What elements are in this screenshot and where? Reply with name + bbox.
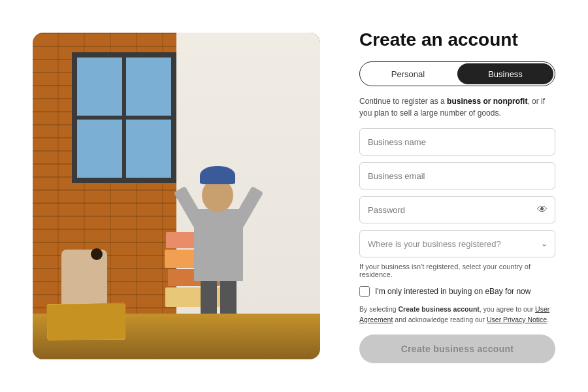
tab-business[interactable]: Business [457,63,553,84]
window [72,52,176,183]
buying-only-row: I'm only interested in buying on eBay fo… [359,286,555,297]
business-location-select[interactable]: Where is your business registered? Unite… [359,230,555,257]
password-wrapper: 👁 [359,196,555,223]
legal-text: By selecting Create business account, yo… [359,304,555,325]
tab-personal[interactable]: Personal [360,62,456,86]
image-bg [33,33,320,359]
buying-only-label: I'm only interested in buying on eBay fo… [375,287,531,296]
hero-image [33,33,320,359]
page-wrapper: Create an account Personal Business Cont… [0,0,588,392]
privacy-notice-link[interactable]: User Privacy Notice [487,316,547,323]
desc-bold: business or nonprofit [447,97,527,106]
legal-action-text: Create business account [399,305,480,313]
business-email-input[interactable] [359,162,555,189]
business-name-input[interactable] [359,128,555,155]
show-password-icon[interactable]: 👁 [537,204,547,216]
form-section: Create an account Personal Business Cont… [359,29,555,363]
location-note: If your business isn't registered, selec… [359,263,555,278]
buying-only-checkbox[interactable] [359,286,370,297]
page-title: Create an account [359,29,555,51]
account-type-tabs: Personal Business [359,61,555,86]
create-business-account-button[interactable]: Create business account [359,335,555,363]
location-wrapper: Where is your business registered? Unite… [359,230,555,257]
account-description: Continue to register as a business or no… [359,95,555,119]
password-input[interactable] [359,196,555,223]
